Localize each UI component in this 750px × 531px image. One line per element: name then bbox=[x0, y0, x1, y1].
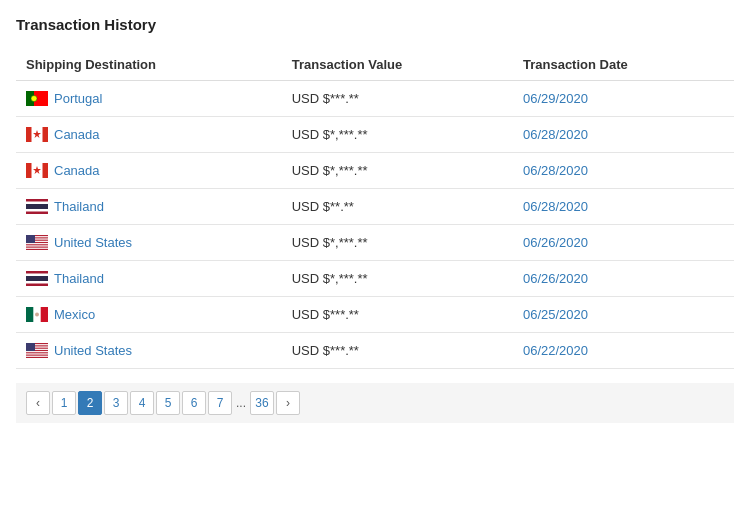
destination-cell: United States bbox=[16, 333, 282, 369]
table-row: Canada USD $*,***.**06/28/2020 bbox=[16, 153, 734, 189]
transaction-date: 06/25/2020 bbox=[513, 297, 734, 333]
country-name[interactable]: Thailand bbox=[54, 271, 104, 286]
transaction-value: USD $*,***.** bbox=[282, 117, 513, 153]
country-name[interactable]: Portugal bbox=[54, 91, 102, 106]
country-name[interactable]: Canada bbox=[54, 127, 100, 142]
svg-rect-20 bbox=[26, 248, 48, 249]
next-page-button[interactable]: › bbox=[276, 391, 300, 415]
page-btn-last[interactable]: 36 bbox=[250, 391, 274, 415]
transaction-date: 06/28/2020 bbox=[513, 117, 734, 153]
page-btn-7[interactable]: 7 bbox=[208, 391, 232, 415]
country-name[interactable]: United States bbox=[54, 343, 132, 358]
prev-page-button[interactable]: ‹ bbox=[26, 391, 50, 415]
flag-icon-us bbox=[26, 343, 48, 358]
svg-rect-4 bbox=[26, 127, 32, 142]
page-title: Transaction History bbox=[16, 16, 734, 33]
svg-rect-27 bbox=[41, 307, 48, 322]
table-row: Portugal USD $***.**06/29/2020 bbox=[16, 81, 734, 117]
table-row: United States USD $*,***.**06/26/2020 bbox=[16, 225, 734, 261]
transaction-value: USD $*,***.** bbox=[282, 153, 513, 189]
page-btn-6[interactable]: 6 bbox=[182, 391, 206, 415]
col-header-date: Transaction Date bbox=[513, 49, 734, 81]
svg-rect-35 bbox=[26, 356, 48, 357]
transaction-value: USD $*,***.** bbox=[282, 261, 513, 297]
country-name[interactable]: United States bbox=[54, 235, 132, 250]
transaction-date: 06/29/2020 bbox=[513, 81, 734, 117]
table-row: Thailand USD $*,***.**06/26/2020 bbox=[16, 261, 734, 297]
flag-icon-ca bbox=[26, 163, 48, 178]
page-btn-5[interactable]: 5 bbox=[156, 391, 180, 415]
destination-cell: Portugal bbox=[16, 81, 282, 117]
transaction-date: 06/26/2020 bbox=[513, 261, 734, 297]
svg-rect-34 bbox=[26, 353, 48, 354]
page-btn-3[interactable]: 3 bbox=[104, 391, 128, 415]
destination-cell: Canada bbox=[16, 117, 282, 153]
country-name[interactable]: Mexico bbox=[54, 307, 95, 322]
table-row: Canada USD $*,***.**06/28/2020 bbox=[16, 117, 734, 153]
table-row: Mexico USD $***.**06/25/2020 bbox=[16, 297, 734, 333]
flag-icon-th bbox=[26, 271, 48, 286]
pagination: ‹ 1 2 3 4 5 6 7 ... 36 › bbox=[16, 383, 734, 423]
col-header-value: Transaction Value bbox=[282, 49, 513, 81]
destination-cell: Thailand bbox=[16, 261, 282, 297]
transaction-value: USD $***.** bbox=[282, 333, 513, 369]
destination-cell: Canada bbox=[16, 153, 282, 189]
svg-rect-26 bbox=[26, 307, 33, 322]
transaction-date: 06/28/2020 bbox=[513, 189, 734, 225]
transaction-value: USD $***.** bbox=[282, 81, 513, 117]
col-header-destination: Shipping Destination bbox=[16, 49, 282, 81]
transaction-date: 06/22/2020 bbox=[513, 333, 734, 369]
flag-icon-pt bbox=[26, 91, 48, 106]
svg-point-2 bbox=[31, 96, 37, 102]
table-row: United States USD $***.**06/22/2020 bbox=[16, 333, 734, 369]
svg-rect-5 bbox=[43, 127, 49, 142]
transaction-table: Shipping Destination Transaction Value T… bbox=[16, 49, 734, 369]
flag-icon-mx bbox=[26, 307, 48, 322]
svg-rect-24 bbox=[26, 276, 48, 281]
svg-rect-8 bbox=[26, 163, 32, 178]
svg-rect-19 bbox=[26, 245, 48, 246]
transaction-date: 06/26/2020 bbox=[513, 225, 734, 261]
table-row: Thailand USD $**.**06/28/2020 bbox=[16, 189, 734, 225]
transaction-value: USD $*,***.** bbox=[282, 225, 513, 261]
destination-cell: United States bbox=[16, 225, 282, 261]
page-btn-1[interactable]: 1 bbox=[52, 391, 76, 415]
country-name[interactable]: Canada bbox=[54, 163, 100, 178]
svg-rect-36 bbox=[26, 343, 35, 351]
flag-icon-th bbox=[26, 199, 48, 214]
flag-icon-ca bbox=[26, 127, 48, 142]
country-name[interactable]: Thailand bbox=[54, 199, 104, 214]
pagination-dots: ... bbox=[234, 396, 248, 410]
transaction-value: USD $**.** bbox=[282, 189, 513, 225]
svg-rect-33 bbox=[26, 351, 48, 352]
svg-rect-9 bbox=[43, 163, 49, 178]
destination-cell: Thailand bbox=[16, 189, 282, 225]
svg-point-28 bbox=[35, 313, 39, 317]
svg-rect-18 bbox=[26, 243, 48, 244]
svg-rect-21 bbox=[26, 235, 35, 243]
transaction-date: 06/28/2020 bbox=[513, 153, 734, 189]
destination-cell: Mexico bbox=[16, 297, 282, 333]
page-btn-4[interactable]: 4 bbox=[130, 391, 154, 415]
transaction-value: USD $***.** bbox=[282, 297, 513, 333]
svg-rect-13 bbox=[26, 204, 48, 209]
page-btn-2[interactable]: 2 bbox=[78, 391, 102, 415]
flag-icon-us bbox=[26, 235, 48, 250]
